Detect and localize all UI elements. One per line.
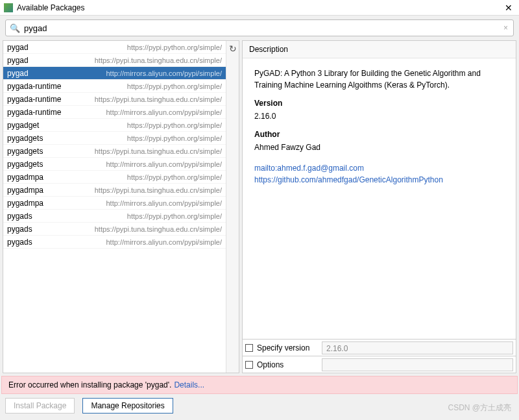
package-row[interactable]: pygadhttps://pypi.tuna.tsinghua.edu.cn/s… [3, 54, 226, 67]
options-checkbox[interactable] [245, 361, 253, 369]
package-repo: https://pypi.tuna.tsinghua.edu.cn/simple… [95, 56, 222, 64]
package-row[interactable]: pygadgetshttp://mirrors.aliyun.com/pypi/… [3, 158, 226, 171]
homepage-link[interactable]: https://github.com/ahmedfgad/GeneticAlgo… [254, 174, 504, 186]
main-area: pygadhttps://pypi.python.org/simple/pyga… [3, 40, 516, 373]
search-bar: 🔍 × [5, 19, 514, 36]
package-repo: https://pypi.python.org/simple/ [127, 82, 222, 90]
email-link[interactable]: mailto:ahmed.f.gad@gmail.com [254, 162, 504, 174]
package-row[interactable]: pygadshttps://pypi.python.org/simple/ [3, 210, 226, 223]
reload-icon[interactable]: ↻ [229, 43, 237, 373]
package-row[interactable]: pygadmpahttps://pypi.tuna.tsinghua.edu.c… [3, 184, 226, 197]
package-repo: https://pypi.tuna.tsinghua.edu.cn/simple… [95, 147, 222, 155]
package-row[interactable]: pygada-runtimehttp://mirrors.aliyun.com/… [3, 106, 226, 119]
package-list-wrap: pygadhttps://pypi.python.org/simple/pyga… [3, 40, 239, 373]
package-repo: http://mirrors.aliyun.com/pypi/simple/ [106, 199, 223, 207]
package-row[interactable]: pygadhttp://mirrors.aliyun.com/pypi/simp… [3, 67, 226, 80]
package-repo: https://pypi.python.org/simple/ [127, 43, 222, 51]
options-label: Options [257, 360, 322, 369]
package-repo: https://pypi.python.org/simple/ [127, 134, 222, 142]
package-name: pygada-runtime [7, 95, 61, 104]
package-name: pygads [7, 238, 32, 247]
package-name: pygadmpa [7, 173, 43, 182]
package-row[interactable]: pygadgetshttps://pypi.python.org/simple/ [3, 132, 226, 145]
close-icon[interactable]: ✕ [502, 3, 515, 13]
description-summary: PyGAD: A Python 3 Library for Building t… [254, 68, 504, 91]
reload-column: ↻ [226, 41, 239, 373]
app-icon [4, 3, 13, 12]
description-body: PyGAD: A Python 3 Library for Building t… [243, 58, 516, 339]
window-title: Available Packages [17, 3, 502, 12]
package-list[interactable]: pygadhttps://pypi.python.org/simple/pyga… [3, 41, 226, 373]
package-row[interactable]: pygadgetshttps://pypi.tuna.tsinghua.edu.… [3, 145, 226, 158]
package-row[interactable]: pygadgethttps://pypi.python.org/simple/ [3, 119, 226, 132]
specify-version-row: Specify version 2.16.0 [242, 340, 516, 356]
error-details-link[interactable]: Details... [174, 380, 204, 389]
package-name: pygadget [7, 121, 39, 130]
package-row[interactable]: pygadhttps://pypi.python.org/simple/ [3, 41, 226, 54]
titlebar: Available Packages ✕ [0, 0, 519, 16]
author-value: Ahmed Fawzy Gad [254, 142, 504, 153]
package-name: pygadgets [7, 147, 43, 156]
package-name: pygads [7, 212, 32, 221]
package-name: pygadmpa [7, 199, 43, 208]
package-name: pygadgets [7, 134, 43, 143]
package-row[interactable]: pygadmpahttp://mirrors.aliyun.com/pypi/s… [3, 197, 226, 210]
package-repo: https://pypi.python.org/simple/ [127, 212, 222, 220]
package-repo: https://pypi.tuna.tsinghua.edu.cn/simple… [95, 186, 222, 194]
left-column: pygadhttps://pypi.python.org/simple/pyga… [3, 40, 239, 373]
options-field[interactable] [322, 358, 513, 371]
package-name: pygad [7, 56, 29, 65]
package-name: pygadgets [7, 160, 43, 169]
package-name: pygad [7, 69, 29, 78]
button-row: Install Package Manage Repositories [0, 394, 519, 420]
package-repo: https://pypi.tuna.tsinghua.edu.cn/simple… [95, 225, 222, 233]
package-row[interactable]: pygada-runtimehttps://pypi.python.org/si… [3, 80, 226, 93]
package-repo: http://mirrors.aliyun.com/pypi/simple/ [106, 160, 223, 168]
package-row[interactable]: pygadshttp://mirrors.aliyun.com/pypi/sim… [3, 236, 226, 249]
clear-icon[interactable]: × [498, 23, 513, 32]
install-package-button: Install Package [5, 398, 75, 414]
error-bar: Error occurred when installing package '… [1, 376, 518, 394]
package-name: pygad [7, 43, 29, 52]
specify-version-label: Specify version [257, 343, 322, 352]
package-row[interactable]: pygada-runtimehttps://pypi.tuna.tsinghua… [3, 93, 226, 106]
package-repo: https://pypi.python.org/simple/ [127, 121, 222, 129]
package-row[interactable]: pygadshttps://pypi.tuna.tsinghua.edu.cn/… [3, 223, 226, 236]
package-name: pygads [7, 225, 32, 234]
package-name: pygada-runtime [7, 108, 61, 117]
package-repo: https://pypi.tuna.tsinghua.edu.cn/simple… [95, 95, 222, 103]
package-name: pygada-runtime [7, 82, 61, 91]
manage-repositories-button[interactable]: Manage Repositories [82, 398, 173, 414]
package-repo: http://mirrors.aliyun.com/pypi/simple/ [106, 238, 223, 246]
right-column: Description PyGAD: A Python 3 Library fo… [242, 40, 516, 373]
specify-version-checkbox[interactable] [245, 344, 253, 352]
description-panel: Description PyGAD: A Python 3 Library fo… [242, 40, 516, 340]
error-message: Error occurred when installing package '… [8, 380, 171, 389]
version-label: Version [254, 97, 504, 109]
package-name: pygadmpa [7, 186, 43, 195]
description-header: Description [243, 41, 516, 58]
specify-version-field[interactable]: 2.16.0 [322, 341, 513, 354]
package-repo: https://pypi.python.org/simple/ [127, 173, 222, 181]
package-repo: http://mirrors.aliyun.com/pypi/simple/ [106, 69, 223, 77]
version-value: 2.16.0 [254, 110, 504, 122]
package-row[interactable]: pygadmpahttps://pypi.python.org/simple/ [3, 171, 226, 184]
search-icon: 🔍 [6, 23, 24, 33]
search-input[interactable] [24, 21, 498, 35]
author-label: Author [254, 129, 504, 140]
options-row: Options [242, 356, 516, 373]
package-repo: http://mirrors.aliyun.com/pypi/simple/ [106, 108, 223, 116]
